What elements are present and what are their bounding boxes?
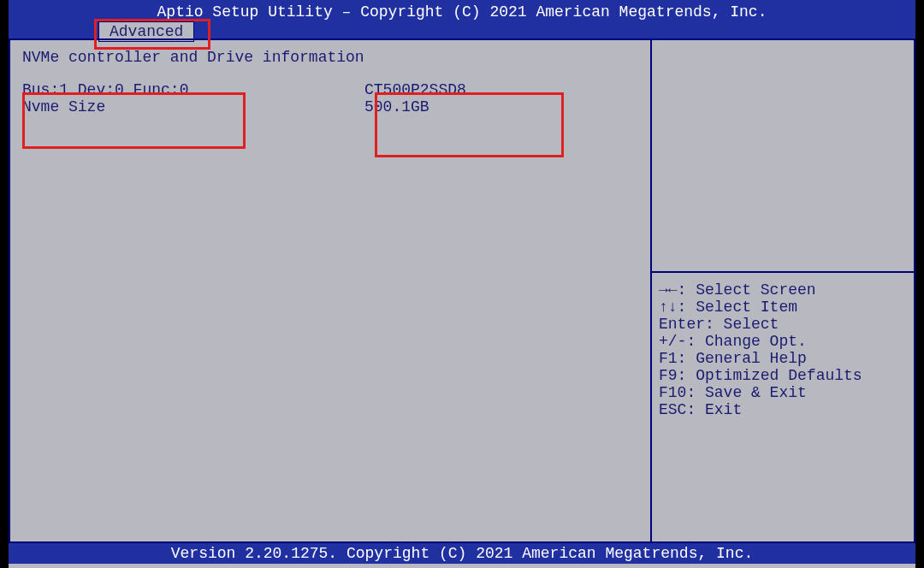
help-defaults: F9: Optimized Defaults bbox=[659, 367, 907, 384]
info-row: Nvme Size 500.1GB bbox=[22, 98, 638, 115]
bus-label: Bus:1 Dev:0 Func:0 bbox=[22, 81, 364, 98]
section-title: NVMe controller and Drive information bbox=[22, 49, 638, 66]
side-panel: →←: Select Screen ↑↓: Select Item Enter:… bbox=[650, 38, 915, 543]
help-keys: →←: Select Screen ↑↓: Select Item Enter:… bbox=[652, 271, 914, 418]
help-change-opt: +/-: Change Opt. bbox=[659, 333, 907, 350]
help-enter: Enter: Select bbox=[659, 316, 907, 333]
help-select-item: ↑↓: Select Item bbox=[659, 299, 907, 316]
header-title: Aptio Setup Utility – Copyright (C) 2021… bbox=[9, 3, 915, 21]
device-model: CT500P2SSD8 bbox=[364, 81, 466, 98]
info-row: Bus:1 Dev:0 Func:0 CT500P2SSD8 bbox=[22, 81, 638, 98]
help-esc: ESC: Exit bbox=[659, 401, 907, 418]
footer-bar: Version 2.20.1275. Copyright (C) 2021 Am… bbox=[9, 543, 915, 564]
device-size: 500.1GB bbox=[364, 98, 429, 115]
main-panel: NVMe controller and Drive information Bu… bbox=[9, 38, 650, 543]
help-save-exit: F10: Save & Exit bbox=[659, 384, 907, 401]
help-select-screen: →←: Select Screen bbox=[659, 281, 907, 299]
bios-screen: Aptio Setup Utility – Copyright (C) 2021… bbox=[9, 0, 915, 568]
help-general: F1: General Help bbox=[659, 350, 907, 367]
size-label: Nvme Size bbox=[22, 98, 364, 115]
header-bar: Aptio Setup Utility – Copyright (C) 2021… bbox=[9, 0, 915, 38]
